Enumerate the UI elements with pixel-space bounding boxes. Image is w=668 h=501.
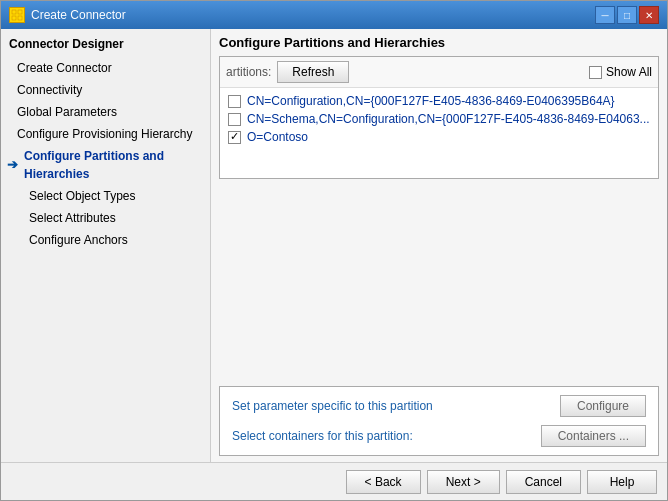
action-section: Set parameter specific to this partition… [219, 386, 659, 456]
sidebar-label-create-connector: Create Connector [17, 59, 112, 77]
maximize-button[interactable]: □ [617, 6, 637, 24]
partition-label-cn-config: CN=Configuration,CN={000F127F-E405-4836-… [247, 94, 615, 108]
main-panel: Configure Partitions and Hierarchies art… [211, 29, 667, 462]
sidebar-label-configure-partitions: Configure Partitions and Hierarchies [24, 147, 206, 183]
partition-item-cn-schema: CN=Schema,CN=Configuration,CN={000F127F-… [226, 110, 652, 128]
sidebar-header: Connector Designer [1, 33, 210, 57]
show-all-label: Show All [606, 65, 652, 79]
partition-list: CN=Configuration,CN={000F127F-E405-4836-… [220, 88, 658, 178]
main-window: Create Connector ─ □ ✕ Connector Designe… [0, 0, 668, 501]
partition-checkbox-cn-schema[interactable] [228, 113, 241, 126]
app-icon [9, 7, 25, 23]
action-label-containers: Select containers for this partition: [232, 429, 413, 443]
sidebar-item-configure-anchors[interactable]: Configure Anchors [1, 229, 210, 251]
content-area: Connector Designer Create Connector Conn… [1, 29, 667, 462]
sidebar-label-select-attributes: Select Attributes [29, 209, 116, 227]
sidebar-label-configure-anchors: Configure Anchors [29, 231, 128, 249]
partition-label-o-contoso: O=Contoso [247, 130, 308, 144]
panel-title: Configure Partitions and Hierarchies [219, 35, 659, 50]
sidebar-item-global-parameters[interactable]: Global Parameters [1, 101, 210, 123]
sidebar-item-create-connector[interactable]: Create Connector [1, 57, 210, 79]
partition-label-cn-schema: CN=Schema,CN=Configuration,CN={000F127F-… [247, 112, 650, 126]
partition-checkbox-o-contoso[interactable] [228, 131, 241, 144]
sidebar-label-global-parameters: Global Parameters [17, 103, 117, 121]
help-button[interactable]: Help [587, 470, 657, 494]
footer: < Back Next > Cancel Help [1, 462, 667, 500]
sidebar-item-select-attributes[interactable]: Select Attributes [1, 207, 210, 229]
partition-item-o-contoso: O=Contoso [226, 128, 652, 146]
window-title: Create Connector [31, 8, 126, 22]
action-row-configure: Set parameter specific to this partition… [232, 395, 646, 417]
svg-rect-1 [18, 10, 22, 14]
partitions-toolbar: artitions: Refresh Show All [220, 57, 658, 88]
svg-rect-0 [12, 10, 16, 14]
sidebar-label-connectivity: Connectivity [17, 81, 82, 99]
title-bar-left: Create Connector [9, 7, 126, 23]
sidebar-item-configure-provisioning[interactable]: Configure Provisioning Hierarchy [1, 123, 210, 145]
partitions-section: artitions: Refresh Show All CN=Configura… [219, 56, 659, 179]
action-label-configure: Set parameter specific to this partition [232, 399, 433, 413]
title-bar: Create Connector ─ □ ✕ [1, 1, 667, 29]
show-all-container: Show All [589, 65, 652, 79]
sidebar: Connector Designer Create Connector Conn… [1, 29, 211, 462]
close-button[interactable]: ✕ [639, 6, 659, 24]
show-all-checkbox[interactable] [589, 66, 602, 79]
configure-button[interactable]: Configure [560, 395, 646, 417]
sidebar-item-select-object-types[interactable]: Select Object Types [1, 185, 210, 207]
cancel-button[interactable]: Cancel [506, 470, 581, 494]
next-button[interactable]: Next > [427, 470, 500, 494]
title-bar-controls: ─ □ ✕ [595, 6, 659, 24]
sidebar-item-connectivity[interactable]: Connectivity [1, 79, 210, 101]
minimize-button[interactable]: ─ [595, 6, 615, 24]
spacer [219, 187, 659, 386]
back-button[interactable]: < Back [346, 470, 421, 494]
svg-rect-2 [12, 16, 16, 20]
action-row-containers: Select containers for this partition: Co… [232, 425, 646, 447]
sidebar-label-configure-provisioning: Configure Provisioning Hierarchy [17, 125, 192, 143]
containers-button[interactable]: Containers ... [541, 425, 646, 447]
sidebar-label-select-object-types: Select Object Types [29, 187, 136, 205]
arrow-icon: ➔ [7, 155, 18, 175]
partition-checkbox-cn-config[interactable] [228, 95, 241, 108]
partitions-label: artitions: [226, 65, 271, 79]
partition-item-cn-config: CN=Configuration,CN={000F127F-E405-4836-… [226, 92, 652, 110]
sidebar-item-configure-partitions[interactable]: ➔ Configure Partitions and Hierarchies [1, 145, 210, 185]
svg-rect-3 [18, 16, 22, 20]
refresh-button[interactable]: Refresh [277, 61, 349, 83]
